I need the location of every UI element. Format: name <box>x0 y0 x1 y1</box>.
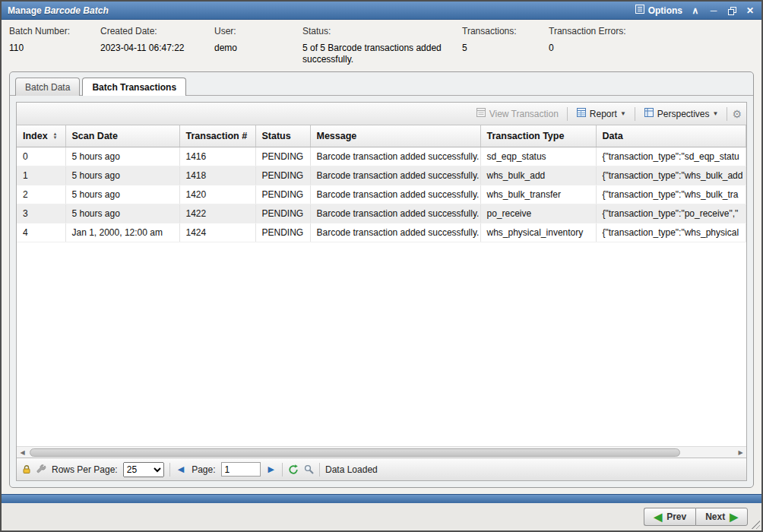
cell-status: PENDING <box>255 147 310 166</box>
cell-data: {"transaction_type":"whs_physical <box>596 223 746 242</box>
column-header-transaction-number[interactable]: Transaction # <box>179 125 255 147</box>
scroll-left-icon[interactable]: ◀ <box>17 447 28 458</box>
footer-bar: ◀ Prev Next ▶ <box>2 503 761 530</box>
transaction-errors-field: Transaction Errors: 0 <box>549 26 663 54</box>
created-date-label: Created Date: <box>100 26 214 36</box>
tab-batch-transactions[interactable]: Batch Transactions <box>82 78 186 96</box>
cell-transaction-type: whs_bulk_add <box>480 166 596 185</box>
transactions-value: 5 <box>462 43 549 54</box>
cell-scan-date: 5 hours ago <box>65 185 179 204</box>
pager-status-text: Data Loaded <box>325 464 378 475</box>
scrollbar-thumb[interactable] <box>30 448 680 457</box>
tab-batch-data[interactable]: Batch Data <box>15 78 80 96</box>
table-row[interactable]: 2 5 hours ago 1420 PENDING Barcode trans… <box>17 185 746 204</box>
status-label: Status: <box>302 26 462 36</box>
search-icon[interactable] <box>304 464 314 474</box>
cell-status: PENDING <box>255 185 310 204</box>
cell-status: PENDING <box>255 166 310 185</box>
next-label: Next <box>705 511 725 522</box>
transactions-grid: View Transaction Report ▼ <box>16 102 747 481</box>
scrollbar-track[interactable] <box>28 448 735 458</box>
titlebar: Manage Barcode Batch Options ∧ ─ ✕ <box>2 2 761 20</box>
view-transaction-button[interactable]: View Transaction <box>472 104 562 123</box>
scroll-right-icon[interactable]: ▶ <box>735 447 746 458</box>
transactions-label: Transactions: <box>462 26 549 36</box>
cell-scan-date: 5 hours ago <box>65 147 179 166</box>
close-window-icon[interactable]: ✕ <box>745 6 755 15</box>
perspectives-caret-icon: ▼ <box>713 110 719 117</box>
cell-data: {"transaction_type":"whs_bulk_add <box>596 166 746 185</box>
table-row[interactable]: 0 5 hours ago 1416 PENDING Barcode trans… <box>17 147 746 166</box>
grid-settings-gear-icon[interactable]: ⚙ <box>732 108 742 120</box>
batch-number-field: Batch Number: 110 <box>9 26 100 54</box>
bottom-accent-strip <box>2 494 761 503</box>
table-row[interactable]: 3 5 hours ago 1422 PENDING Barcode trans… <box>17 204 746 223</box>
cell-index: 3 <box>17 204 65 223</box>
batch-header-info: Batch Number: 110 Created Date: 2023-04-… <box>2 20 761 68</box>
transactions-table: Index ▲▼ Scan Date Transaction # Status … <box>17 125 746 242</box>
minimize-window-icon[interactable]: ─ <box>708 6 719 15</box>
cell-scan-date: 5 hours ago <box>65 166 179 185</box>
perspectives-icon <box>644 107 654 120</box>
cell-message: Barcode transaction added successfully. <box>310 223 480 242</box>
rows-per-page-select[interactable]: 25 <box>123 462 164 477</box>
cell-transaction-number: 1422 <box>179 204 255 223</box>
user-value: demo <box>214 43 302 54</box>
cell-transaction-number: 1424 <box>179 223 255 242</box>
prev-arrow-icon: ◀ <box>654 512 662 521</box>
rows-per-page-label: Rows Per Page: <box>52 464 118 475</box>
sort-icon[interactable]: ▲▼ <box>53 132 58 140</box>
report-label: Report <box>590 109 617 119</box>
previous-page-icon[interactable]: ◀ <box>176 464 186 474</box>
report-dropdown-button[interactable]: Report ▼ <box>572 104 630 123</box>
table-row[interactable]: 1 5 hours ago 1418 PENDING Barcode trans… <box>17 166 746 185</box>
column-header-data[interactable]: Data <box>596 125 746 147</box>
cell-index: 2 <box>17 185 65 204</box>
cell-message: Barcode transaction added successfully. <box>310 185 480 204</box>
batch-number-label: Batch Number: <box>9 26 100 36</box>
column-header-index[interactable]: Index ▲▼ <box>17 125 65 147</box>
grid-toolbar: View Transaction Report ▼ <box>17 103 746 125</box>
cell-transaction-number: 1418 <box>179 166 255 185</box>
next-page-icon[interactable]: ▶ <box>266 464 277 474</box>
wrench-icon[interactable] <box>36 464 46 474</box>
transactions-field: Transactions: 5 <box>462 26 549 54</box>
tab-strip: Batch Data Batch Transactions <box>10 72 753 96</box>
created-date-value: 2023-04-11 06:47:22 <box>100 43 214 54</box>
column-header-transaction-type[interactable]: Transaction Type <box>480 125 596 147</box>
next-button[interactable]: Next ▶ <box>695 508 748 526</box>
restore-window-icon[interactable] <box>727 5 737 14</box>
cell-transaction-type: po_receive <box>480 204 596 223</box>
cell-scan-date: 5 hours ago <box>65 204 179 223</box>
cell-scan-date: Jan 1, 2000, 12:00 am <box>65 223 179 242</box>
pager-separator <box>169 463 170 477</box>
cell-transaction-type: whs_physical_inventory <box>480 223 596 242</box>
column-header-message[interactable]: Message <box>310 125 480 147</box>
transaction-errors-label: Transaction Errors: <box>549 26 663 36</box>
prev-label: Prev <box>666 511 686 522</box>
created-date-field: Created Date: 2023-04-11 06:47:22 <box>100 26 214 54</box>
cell-status: PENDING <box>255 223 310 242</box>
collapse-window-icon[interactable]: ∧ <box>690 6 701 15</box>
cell-data: {"transaction_type":"sd_eqp_statu <box>596 147 746 166</box>
toolbar-separator <box>727 107 727 121</box>
prev-button[interactable]: ◀ Prev <box>644 508 695 526</box>
options-label: Options <box>648 5 682 16</box>
perspectives-dropdown-button[interactable]: Perspectives ▼ <box>640 104 723 123</box>
options-menu-button[interactable]: Options <box>635 5 682 16</box>
horizontal-scrollbar: ◀ ▶ <box>17 446 746 458</box>
batch-number-value: 110 <box>9 43 100 54</box>
page-number-input[interactable] <box>221 462 261 477</box>
lock-icon[interactable] <box>22 464 31 474</box>
table-row[interactable]: 4 Jan 1, 2000, 12:00 am 1424 PENDING Bar… <box>17 223 746 242</box>
column-header-status[interactable]: Status <box>255 125 310 147</box>
column-header-scan-date[interactable]: Scan Date <box>65 125 179 147</box>
resize-grip[interactable] <box>749 518 760 529</box>
cell-transaction-type: whs_bulk_transfer <box>480 185 596 204</box>
view-transaction-icon <box>476 107 486 120</box>
report-caret-icon: ▼ <box>620 110 626 117</box>
refresh-icon[interactable] <box>288 464 299 475</box>
cell-transaction-number: 1416 <box>179 147 255 166</box>
cell-index: 4 <box>17 223 65 242</box>
pager-separator <box>319 463 320 477</box>
